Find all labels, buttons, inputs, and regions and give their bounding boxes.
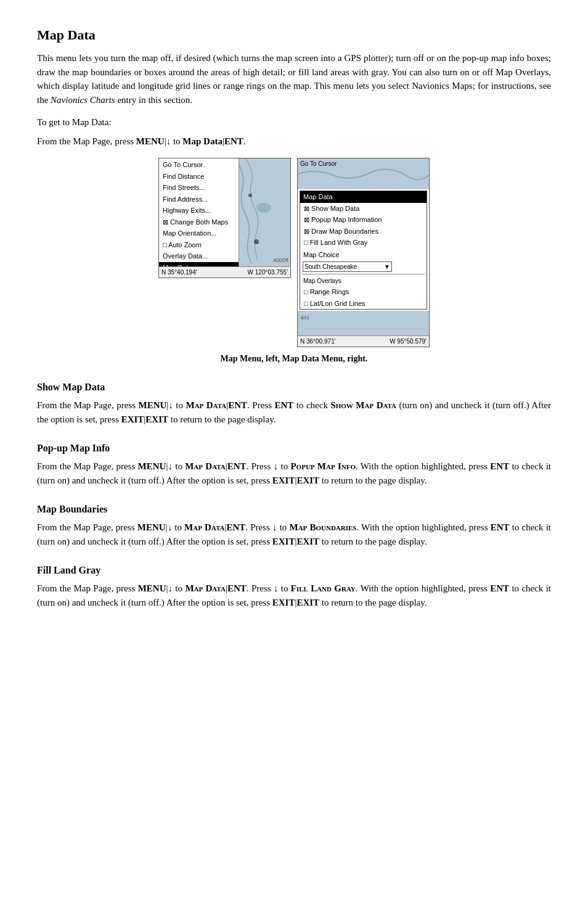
- nav-from-line: From the Map Page, press MENU|↓ to Map D…: [37, 134, 551, 149]
- left-map-area: 4000ft Go To Cursor Find Distance Find S…: [159, 158, 290, 266]
- menu-item-auto-zoom[interactable]: Auto Zoom: [159, 239, 239, 251]
- key-ent-p: ENT: [227, 461, 247, 471]
- key-ent-f2: ENT: [490, 583, 509, 593]
- key-exit-p2: EXIT: [296, 475, 319, 485]
- right-menu-screenshot: Go To Cursor Map Data Show Map Data Popu…: [297, 158, 430, 347]
- page-title: Map Data: [37, 25, 551, 45]
- section-heading-popup: Pop-up Map Info: [37, 441, 551, 456]
- nav-from-text: From the Map Page, press: [37, 136, 134, 146]
- svg-text:4mi: 4mi: [300, 315, 309, 321]
- key-menu: MENU: [138, 400, 166, 410]
- key-exit-p1: EXIT: [272, 475, 295, 485]
- right-panel-title: Map Data: [300, 191, 427, 203]
- key-down-p: ↓: [168, 461, 173, 471]
- right-item-fill-land[interactable]: Fill Land With Gray: [300, 237, 427, 249]
- menu-item-find-streets[interactable]: Find Streets...: [159, 182, 239, 194]
- right-item-popup-map-info[interactable]: Popup Map Information: [300, 214, 427, 226]
- key-mapdata-f-sc: Map Data: [185, 583, 226, 593]
- section-fill-land-gray: Fill Land Gray From the Map Page, press …: [37, 563, 551, 609]
- right-item-range-rings[interactable]: Range Rings: [300, 286, 427, 298]
- key-ent: ENT: [228, 400, 247, 410]
- right-panel: Map Data Show Map Data Popup Map Informa…: [300, 191, 427, 310]
- right-coords-lat: N 36°00.971': [300, 337, 336, 346]
- key-mapdata-p: Map Data: [185, 461, 226, 471]
- menu-item-map-data[interactable]: Map Data...: [159, 262, 239, 267]
- menu-item-find-address[interactable]: Find Address...: [159, 194, 239, 205]
- key-exit1: EXIT: [121, 414, 144, 424]
- map-overlays-label: Map Overlays: [300, 276, 427, 286]
- key-mapdata-b-sc: Map Data: [184, 522, 224, 532]
- right-map-bottom-svg: 4mi: [298, 311, 429, 335]
- menu-key: MENU: [136, 136, 165, 146]
- key-popup-sc: Popup Map Info: [290, 461, 356, 471]
- nav-to-line: To get to Map Data:: [37, 115, 551, 130]
- section-para-boundaries: From the Map Page, press MENU|↓ to Map D…: [37, 520, 551, 548]
- key-boundaries-sc-inner: Map Boundaries: [289, 522, 356, 532]
- right-map-bottom: 4mi: [298, 311, 429, 335]
- right-item-show-map-data[interactable]: Show Map Data: [300, 203, 427, 215]
- intro-paragraph: This menu lets you turn the map off, if …: [37, 51, 551, 107]
- svg-point-2: [254, 239, 259, 244]
- right-map-top: Go To Cursor: [298, 158, 429, 189]
- svg-text:Go To Cursor: Go To Cursor: [300, 160, 337, 167]
- key-popup-sc-inner: Popup Map Info: [290, 461, 356, 471]
- key-ent-b2: ENT: [491, 522, 510, 532]
- menu-item-find-distance[interactable]: Find Distance: [159, 171, 239, 183]
- menu-item-map-orientation[interactable]: Map Orientation...: [159, 228, 239, 239]
- key-menu-b: MENU: [137, 522, 166, 532]
- key-down-b2: ↓: [272, 522, 277, 532]
- key-boundaries-sc: Map Boundaries: [289, 522, 356, 532]
- navionics-italic: Navionics Charts: [51, 95, 115, 105]
- section-heading-fill-land: Fill Land Gray: [37, 563, 551, 578]
- menu-item-goto-cursor[interactable]: Go To Cursor: [159, 159, 239, 171]
- map-choice-arrow: ▼: [384, 262, 390, 271]
- section-para-popup: From the Map Page, press MENU|↓ to Map D…: [37, 459, 551, 487]
- key-fill-sc: Fill Land Gray: [291, 583, 356, 593]
- key-show-map-data-sc: Show Map Data: [330, 400, 396, 410]
- nav-to-text: to: [173, 136, 182, 146]
- menu-item-overlay-data[interactable]: Overlay Data...: [159, 250, 239, 262]
- screenshot-row: 4000ft Go To Cursor Find Distance Find S…: [37, 158, 551, 347]
- key-exit-b1: EXIT: [272, 537, 295, 546]
- key-down-arrow: ↓: [168, 400, 173, 410]
- key-exit-b2: EXIT: [296, 537, 319, 546]
- key-down-f: ↓: [168, 583, 173, 593]
- svg-rect-7: [298, 311, 429, 335]
- key-down-f2: ↓: [274, 583, 279, 593]
- map-data-key: Map Data: [182, 136, 223, 146]
- section-heading-show-map-data: Show Map Data: [37, 380, 551, 395]
- map-choice-select[interactable]: South Chesapeake ▼: [303, 261, 392, 272]
- right-coords-lon: W 95°50.579': [390, 337, 427, 346]
- right-item-latlon-grid[interactable]: Lat/Lon Grid Lines: [300, 298, 427, 310]
- section-heading-boundaries: Map Boundaries: [37, 502, 551, 517]
- svg-point-1: [256, 203, 271, 213]
- key-ent2: ENT: [274, 400, 293, 410]
- menu-item-highway-exits[interactable]: Highway Exits...: [159, 205, 239, 216]
- key-map-data-sc: Map Data: [186, 400, 226, 410]
- section-para-fill-land: From the Map Page, press MENU|↓ to Map D…: [37, 582, 551, 609]
- section-show-map-data: Show Map Data From the Map Page, press M…: [37, 380, 551, 426]
- key-ent-f: ENT: [227, 583, 247, 593]
- right-coords-bar: N 36°00.971' W 95°50.579': [298, 335, 429, 347]
- key-down-b: ↓: [168, 522, 173, 532]
- right-map-top-svg: Go To Cursor: [298, 158, 429, 189]
- svg-point-3: [248, 194, 252, 197]
- left-menu-screenshot: 4000ft Go To Cursor Find Distance Find S…: [158, 158, 291, 278]
- right-item-draw-boundaries[interactable]: Draw Map Boundaries: [300, 226, 427, 237]
- key-fill-sc-inner: Fill Land Gray: [291, 583, 356, 593]
- screenshot-caption: Map Menu, left, Map Data Menu, right.: [37, 352, 551, 365]
- menu-item-change-both-maps[interactable]: Change Both Maps: [159, 216, 239, 228]
- key-exit-f1: EXIT: [272, 598, 295, 607]
- arrow-key: ↓: [166, 136, 171, 146]
- left-coords-bar: N 35°40.194' W 120°03.755': [159, 266, 290, 278]
- map-choice-label: Map Choice: [300, 249, 427, 261]
- section-para-show-map-data: From the Map Page, press MENU|↓ to Map D…: [37, 398, 551, 426]
- left-coords-lon: W 120°03.755': [248, 268, 288, 277]
- key-menu-p: MENU: [138, 461, 166, 471]
- key-ent-b: ENT: [226, 522, 245, 532]
- key-menu-f: MENU: [138, 583, 166, 593]
- svg-text:4000ft: 4000ft: [273, 257, 289, 263]
- key-ent-p2: ENT: [490, 461, 509, 471]
- key-exit-f2: EXIT: [296, 598, 319, 607]
- intro-end: entry in this section.: [117, 95, 192, 105]
